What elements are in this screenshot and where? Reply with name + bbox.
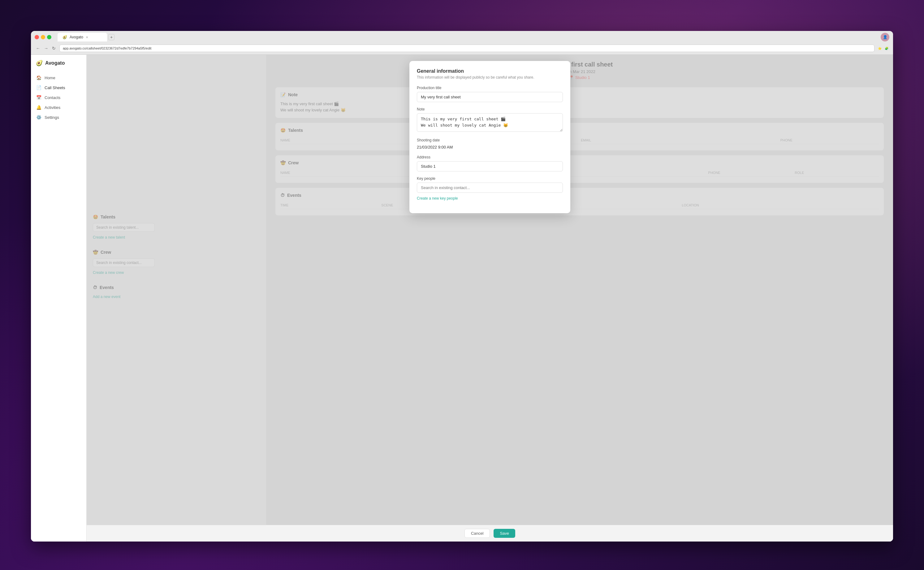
sidebar-item-home-label: Home [44,75,55,80]
extensions-icon[interactable]: 🧩 [884,46,889,51]
key-people-group: Key people Create a new key people [417,176,563,201]
callsheets-icon: 📄 [36,85,41,90]
sidebar-item-activities[interactable]: 🔔 Activities [31,103,86,112]
tab-bar: 🥑 Avogato ✕ + [58,33,878,41]
note-label: Note [417,107,563,112]
save-button[interactable]: Save [493,529,515,538]
refresh-button[interactable]: ↻ [51,45,57,51]
tab-close-button[interactable]: ✕ [86,35,88,39]
note-group: Note This is my very first call sheet 🎬 … [417,107,563,133]
forward-button[interactable]: → [43,45,49,51]
address-input[interactable] [417,161,563,172]
new-tab-button[interactable]: + [108,34,115,40]
production-title-label: Production title [417,86,563,90]
sidebar: 🥑 Avogato 🏠 Home 📄 Call Sheets 📅 Contact… [31,55,87,541]
shooting-date-label: Shooting date [417,138,563,142]
production-title-input[interactable] [417,92,563,102]
logo-icon: 🥑 [36,60,43,66]
traffic-light-green[interactable] [47,35,51,39]
traffic-light-yellow[interactable] [41,35,45,39]
sidebar-item-contacts-label: Contacts [44,95,60,100]
bookmark-icon[interactable]: ⭐ [877,46,883,51]
browser-chrome: 🥑 Avogato ✕ + 👤 ← → ↻ ⭐ 🧩 [31,31,893,55]
address-input[interactable] [60,44,875,52]
nav-buttons: ← → ↻ [35,45,57,51]
address-label: Address [417,155,563,159]
key-people-search[interactable] [417,182,563,193]
shooting-date-group: Shooting date 21/03/2022 9:00 AM [417,138,563,150]
tab-favicon: 🥑 [63,35,67,39]
sidebar-item-settings[interactable]: ⚙️ Settings [31,112,86,122]
user-avatar[interactable]: 👤 [881,33,889,41]
active-tab[interactable]: 🥑 Avogato ✕ [58,33,107,41]
modal-subtitle: This information will be displayed publi… [417,75,563,80]
sidebar-item-callsheets[interactable]: 📄 Call Sheets [31,83,86,92]
general-information-modal: General information This information wil… [409,61,570,213]
modal-body: General information This information wil… [409,61,570,213]
shooting-date-value: 21/03/2022 9:00 AM [417,144,563,150]
contacts-icon: 📅 [36,95,41,100]
browser-toolbar-icons: ⭐ 🧩 [877,46,889,51]
sidebar-item-settings-label: Settings [44,115,59,120]
logo-text: Avogato [45,60,65,66]
note-textarea[interactable]: This is my very first call sheet 🎬 We wi… [417,113,563,132]
browser-window: 🥑 Avogato ✕ + 👤 ← → ↻ ⭐ 🧩 [31,31,893,541]
address-bar: ← → ↻ ⭐ 🧩 [31,43,893,54]
title-bar: 🥑 Avogato ✕ + 👤 [31,31,893,43]
create-key-people-link[interactable]: Create a new key people [417,196,458,201]
key-people-label: Key people [417,176,563,181]
sidebar-item-activities-label: Activities [44,105,60,110]
tab-title: Avogato [70,35,83,39]
app-content: 🥑 Avogato 🏠 Home 📄 Call Sheets 📅 Contact… [31,55,893,541]
home-icon: 🏠 [36,75,41,80]
main-content: 🤩 Talents Create a new talent 🤠 Crew [87,55,893,541]
modal-title: General information [417,68,563,74]
modal-backdrop: General information This information wil… [87,55,893,541]
traffic-lights [35,35,51,39]
activities-icon: 🔔 [36,105,41,110]
production-title-group: Production title [417,86,563,102]
back-button[interactable]: ← [35,45,41,51]
logo-area: 🥑 Avogato [31,60,86,73]
traffic-light-red[interactable] [35,35,39,39]
sidebar-item-contacts[interactable]: 📅 Contacts [31,92,86,103]
action-bar: Cancel Save [87,525,893,541]
cancel-button[interactable]: Cancel [464,529,490,538]
sidebar-item-home[interactable]: 🏠 Home [31,73,86,83]
sidebar-item-callsheets-label: Call Sheets [44,86,65,90]
settings-icon: ⚙️ [36,115,41,120]
address-group: Address [417,155,563,172]
